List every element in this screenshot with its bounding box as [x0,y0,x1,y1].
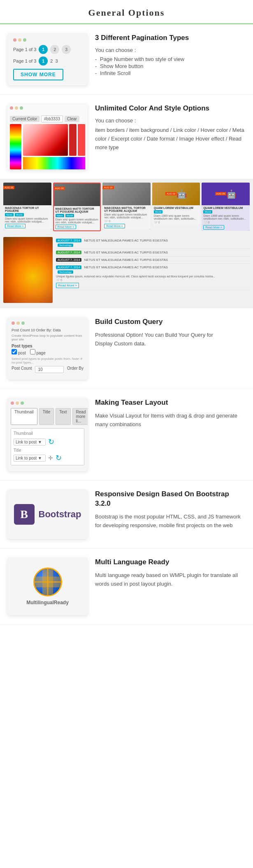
pag-btn-1[interactable]: 1 [39,45,48,54]
sc-date-4: AUG 02 [165,192,176,195]
teaser-dropdown-2[interactable]: Link to post ▼ [14,455,46,462]
scroll-tag-1: Technology [58,244,73,247]
rainbow-bar [10,124,21,169]
sc-tag-world-4: World [154,210,163,213]
scroll-readmore[interactable]: Read More » [56,283,79,288]
globe-ring-v [47,569,48,595]
query-count-input[interactable]: 10 [35,366,64,373]
post-label: post [18,351,26,355]
scroll-date-2: AUGUST 7, 2014 [56,251,81,254]
showcase-col-3: AUG 05 MAECENAS MATTIS, TORTOR UT POSUER… [102,183,151,231]
clear-button[interactable]: Clear [65,116,79,122]
query-post-checkbox[interactable]: post [12,349,26,355]
page-label-2: Page 1 of 3 [13,59,36,63]
sc-readmore-1[interactable]: Read More » [5,224,26,228]
refresh-icon[interactable]: ↻ [48,437,54,446]
dot-yellow [18,38,21,42]
scroll-items-list: AUGUST 7, 2014 NETUS ET MALESUADA FAMES … [55,237,250,303]
scroll-item-2: AUGUST 7, 2014 NETUS ET MALESUADA FAMES … [55,249,250,256]
teaser-tab-thumbnail[interactable]: Thumbnail [11,408,37,425]
query-select-note: Select post types to populate posts from… [12,357,84,364]
query-browser-dots [12,321,84,325]
browser-dots [13,38,82,42]
dot-r [10,106,13,110]
pag-btn-active[interactable]: 1 [39,56,48,66]
scroll-tag-row-1: Technology [56,243,249,247]
teaser-title: Making Teaser Layout [95,398,246,408]
query-post-count-label: Post Count [12,366,32,373]
move-icon[interactable]: ✛ [48,455,53,461]
swatch-bright-red [78,124,85,156]
scroll-text-2: NETUS ET MALESUADA FAMES AC TURPIS EGEST… [84,251,168,254]
section-pagination: Page 1 of 3 1 2 3 Page 1 of 3 1 2 3 SHOW… [0,24,253,95]
teaser-layout-preview: Thumbnail Link to post ▼ ↻ Title Link to… [11,428,84,465]
sc-info-3: MAECENAS MATTIS, TORTOR UT POSUERE ALIQU… [102,205,151,230]
query-image: Post Count 10 Order By: Data Create Word… [7,317,88,380]
query-title: Build Custom Query [95,317,246,327]
dot-y-q [16,321,20,325]
sc-info-2: MAECENAS MATTI TORTOR UT POSUERE ALIQUAM… [54,206,100,230]
sc-date-2: AUG 05 [54,187,65,190]
scroll-tag-4: Technology [58,270,73,274]
page-label-1: Page 1 of 3 [13,47,36,52]
scroll-image-inner [3,237,53,303]
color-content: Unlimited Color And Style Options You ca… [95,104,246,152]
sc-tag-news-2: News [56,214,64,217]
pag-btn-3[interactable]: 3 [62,45,71,54]
dot-r-t [11,401,14,405]
sc-date-3: AUG 05 [102,186,114,189]
scroll-item-4: AUGUST 7, 2014 NETUS ET MALESUADA FAMES … [55,264,250,290]
color-swatches [23,124,85,169]
showcase-col-5: AUG 05 🤖 QUAM LOREM VESTIBULUM World Dia… [202,183,250,231]
sc-readmore-3[interactable]: Read More » [104,224,125,228]
show-more-button[interactable]: SHOW MORE [13,69,63,80]
multilingual-desc: Multi language ready based on WMPL plugi… [95,571,246,589]
pagination-row-1: Page 1 of 3 1 2 3 [13,45,82,54]
scroll-date-1: AUGUST 7, 2014 [56,239,81,242]
sc-title-4: QUAM LOREM VESTIBULUM [154,206,199,209]
sc-date-5: AUG 05 [215,192,226,195]
swatch-row-1 [23,124,85,156]
scroll-main-image [3,237,53,303]
query-create-text: Create WordPress loop to populate conten… [12,334,84,341]
sc-text-5: Diam 1989 wisi quam lorem vestibulum nec… [203,214,248,220]
dot-g-t [21,401,24,405]
scroll-date-4: AUGUST 7, 2014 [56,265,81,269]
sc-likes-3: 🤍 0 [104,220,149,223]
query-page-checkbox[interactable]: page [30,349,46,355]
sc-text-1: Diam wisi quam lorem vestibulum nec nibh… [5,217,50,223]
sc-tag-news-1: News [5,213,14,216]
teaser-link-label: Link to post [16,440,37,444]
pag-btn-2[interactable]: 2 [50,45,59,54]
pagination-choose-label: You can choose : [95,47,246,53]
scroll-content: AUGUST 7, 2014 NETUS ET MALESUADA FAMES … [3,237,250,303]
sc-readmore-2[interactable]: Read More » [56,225,76,229]
teaser-content: Making Teaser Layout Make Visual Layout … [95,398,246,429]
pag-num-3: 3 [55,59,58,63]
scroll-item-1: AUGUST 7, 2014 NETUS ET MALESUADA FAMES … [55,237,250,249]
sc-img-4: AUG 02 🤖 [152,183,200,205]
query-content: Build Custom Query Professional Option! … [95,317,246,348]
showcase-col-4: AUG 02 🤖 QUAM LOREM VESTIBULUM World Dia… [152,183,200,231]
swatch-rainbow [23,157,85,169]
dot-g [20,106,23,110]
color-palette [10,124,85,169]
sc-title-3: MAECENAS MATTIS, TORTOR UT POSUERE ALIQU… [104,206,149,212]
post-checkbox-input[interactable] [12,349,17,354]
teaser-browser-dots [11,401,84,405]
bootstrap-title: Responsive Design Based On Bootstrap 3.2… [95,490,246,509]
teaser-tab-text[interactable]: Text [56,408,70,425]
teaser-thumb-label: Thumbnail [14,431,81,436]
teaser-tab-title[interactable]: Title [39,408,54,425]
refresh-icon-2[interactable]: ↻ [56,453,62,462]
page-checkbox-input[interactable] [30,349,35,354]
teaser-tab-readmore[interactable]: Read more li... [72,408,88,425]
sc-readmore-5[interactable]: Read More » [203,225,224,230]
pagination-option-3: Infinite Scroll [95,70,246,77]
current-color-label: Current Color [10,116,39,122]
sc-card-4: AUG 02 🤖 QUAM LOREM VESTIBULUM World Dia… [152,183,200,225]
sc-text-2: Diam wisi quam lorem vestibulum nec nibh… [56,218,99,224]
section-multilingual: MultilingualReady Multi Language Ready M… [0,549,253,625]
swatch-red [23,124,68,156]
teaser-dropdown-1[interactable]: Link to post ▼ [14,439,46,446]
